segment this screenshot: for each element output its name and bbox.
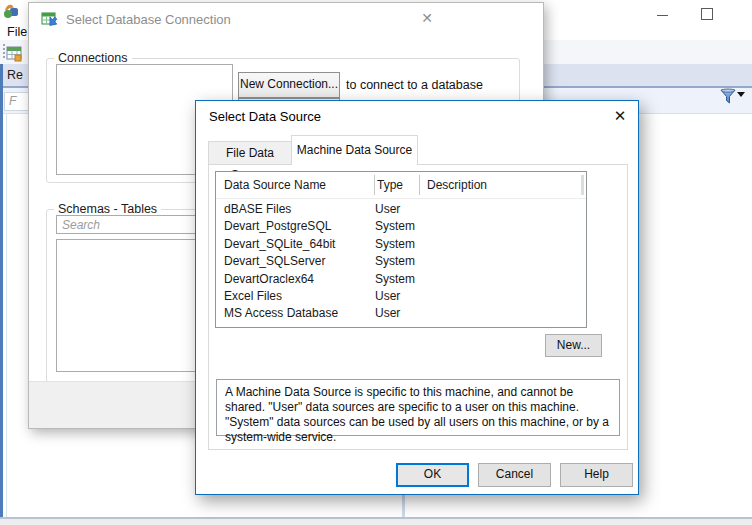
machine-data-source-description: A Machine Data Source is specific to thi… <box>216 379 620 436</box>
dialog-title: Select Database Connection <box>66 12 231 27</box>
results-panel-caption-text: Re <box>7 68 23 82</box>
listview-rows: dBASE Files User Devart_PostgreSQL Syste… <box>216 201 586 323</box>
cell-type: User <box>375 288 400 305</box>
maximize-button[interactable] <box>701 8 713 20</box>
tab-machine-data-source[interactable]: Machine Data Source <box>291 135 418 165</box>
column-header-type[interactable]: Type <box>377 178 403 192</box>
cell-name: MS Access Database <box>224 305 338 322</box>
new-button[interactable]: New... <box>545 334 602 357</box>
cell-type: System <box>375 236 415 253</box>
cell-type: System <box>375 218 415 235</box>
cell-name: Devart_PostgreSQL <box>224 218 331 235</box>
column-header-description[interactable]: Description <box>427 178 487 192</box>
table-row[interactable]: Devart_PostgreSQL System <box>216 218 586 235</box>
cell-name: DevartOraclex64 <box>224 271 314 288</box>
cell-name: Devart_SQLServer <box>224 253 325 270</box>
cancel-button[interactable]: Cancel <box>478 463 551 487</box>
filter-funnel-icon[interactable] <box>719 88 737 106</box>
column-header-name[interactable]: Data Source Name <box>224 178 326 192</box>
table-row[interactable]: Devart_SQLServer System <box>216 253 586 270</box>
minimize-button[interactable] <box>657 15 668 16</box>
app-icon <box>3 3 19 23</box>
left-panel-divider <box>6 113 7 517</box>
screen: File Re F <box>0 0 752 525</box>
filter-dropdown-caret[interactable] <box>737 92 745 97</box>
select-data-source-dialog: Select Data Source ✕ File Data Source Ma… <box>195 100 639 495</box>
connections-group-label: Connections <box>54 51 132 65</box>
connection-hint-text: to connect to a database <box>346 78 483 92</box>
cell-name: Excel Files <box>224 288 282 305</box>
table-row[interactable]: Excel Files User <box>216 288 586 305</box>
column-separator[interactable] <box>374 175 375 195</box>
listview-header: Data Source Name Type Description <box>216 172 586 199</box>
table-row[interactable]: dBASE Files User <box>216 201 586 218</box>
data-source-listview[interactable]: Data Source Name Type Description dBASE … <box>215 171 587 328</box>
close-icon[interactable]: ✕ <box>609 105 631 127</box>
tab-file-data-source[interactable]: File Data Source <box>208 141 292 165</box>
schemas-group-label: Schemas - Tables <box>54 202 161 216</box>
table-grid-icon[interactable] <box>6 45 23 66</box>
cell-name: Devart_SQLite_64bit <box>224 236 335 253</box>
help-button[interactable]: Help <box>560 463 633 487</box>
close-icon[interactable]: ✕ <box>417 8 437 28</box>
cell-type: System <box>375 253 415 270</box>
ok-button[interactable]: OK <box>396 463 469 487</box>
table-row[interactable]: Devart_SQLite_64bit System <box>216 236 586 253</box>
grid-filter-placeholder: F <box>9 94 16 108</box>
cell-type: System <box>375 271 415 288</box>
column-separator[interactable] <box>419 175 420 195</box>
status-bar <box>0 519 752 525</box>
new-connection-button[interactable]: New Connection... <box>238 72 340 98</box>
cell-type: User <box>375 201 400 218</box>
cell-name: dBASE Files <box>224 201 291 218</box>
toolbar-grip[interactable] <box>3 44 5 60</box>
table-row[interactable]: MS Access Database User <box>216 305 586 322</box>
cell-type: User <box>375 305 400 322</box>
scrollbar[interactable] <box>581 175 584 195</box>
table-row[interactable]: DevartOraclex64 System <box>216 271 586 288</box>
menu-file[interactable]: File <box>7 25 27 39</box>
dialog-title: Select Data Source <box>209 109 321 124</box>
database-connection-icon <box>41 10 58 31</box>
panel-left-border <box>0 64 3 518</box>
